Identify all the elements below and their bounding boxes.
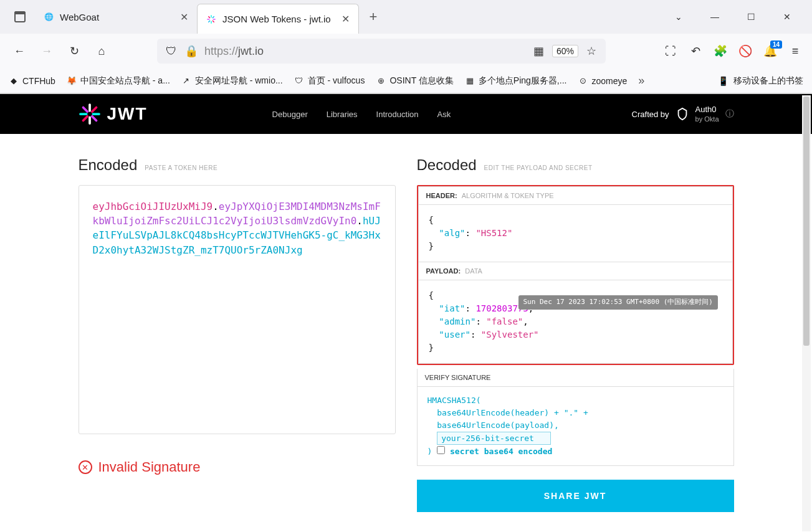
site-header: JWT Debugger Libraries Introduction Ask … bbox=[0, 94, 812, 134]
secret-b64-checkbox[interactable] bbox=[437, 446, 445, 454]
svg-point-0 bbox=[210, 18, 213, 21]
jwt-logo-text: JWT bbox=[107, 104, 148, 124]
invalid-icon: ✕ bbox=[79, 460, 92, 474]
nav-introduction[interactable]: Introduction bbox=[376, 110, 419, 119]
page-content: JWT Debugger Libraries Introduction Ask … bbox=[0, 94, 812, 532]
close-icon[interactable]: ✕ bbox=[342, 13, 350, 25]
bookmark-osint[interactable]: ⊕OSINT 信息收集 bbox=[376, 75, 453, 87]
svg-line-7 bbox=[208, 21, 210, 22]
verify-section: VERIFY SIGNATURE HMACSHA512( base64UrlEn… bbox=[417, 369, 734, 466]
header-section-title: HEADER: ALGORITHM & TOKEN TYPE bbox=[419, 187, 732, 205]
svg-line-15 bbox=[83, 116, 87, 121]
header-json-editor[interactable]: { "alg": "HS512" } bbox=[419, 205, 732, 262]
header-section: HEADER: ALGORITHM & TOKEN TYPE { "alg": … bbox=[418, 186, 733, 262]
svg-line-5 bbox=[208, 16, 210, 18]
token-header: eyJhbGciOiJIUzUxMiJ9 bbox=[93, 201, 213, 212]
bookmark-icon: ◆ bbox=[9, 76, 19, 86]
secret-b64-label: secret base64 encoded bbox=[450, 447, 552, 456]
bookmark-icon: 🛡 bbox=[294, 76, 304, 86]
bookmark-wmio[interactable]: ↗安全网址导航 - wmio... bbox=[181, 75, 283, 87]
bookmark-mobile[interactable]: 移动设备上的书签 bbox=[733, 75, 803, 87]
iat-tooltip: Sun Dec 17 2023 17:02:53 GMT+0800 (中国标准时… bbox=[518, 295, 718, 310]
nav-bar: ← → ↻ ⌂ 🛡 🔒 https://jwt.io ▦ 60% ☆ ⛶ ↶ 🧩… bbox=[0, 34, 812, 69]
svg-line-14 bbox=[92, 116, 96, 121]
new-tab-button[interactable]: + bbox=[361, 5, 385, 29]
encoded-column: Encoded PASTE A TOKEN HERE eyJhbGciOiJIU… bbox=[79, 156, 396, 512]
secret-input[interactable] bbox=[437, 432, 551, 445]
payload-json-editor[interactable]: { "iat": 1702803773, "admin": "false", "… bbox=[419, 280, 732, 363]
url-bar[interactable]: 🛡 🔒 https://jwt.io ▦ 60% ☆ bbox=[157, 39, 606, 64]
bookmark-ctfhub[interactable]: ◆CTFHub bbox=[9, 76, 55, 86]
favicon-jwt-icon bbox=[206, 14, 216, 24]
nav-ask[interactable]: Ask bbox=[437, 110, 451, 119]
decoded-column: Decoded EDIT THE PAYLOAD AND SECRET HEAD… bbox=[417, 156, 734, 512]
bookmark-ping[interactable]: ▦多个地点Ping服务器,... bbox=[465, 75, 567, 87]
encoded-title: Encoded bbox=[79, 156, 138, 174]
scrollbar[interactable] bbox=[802, 95, 811, 531]
bookmarks-bar: ◆CTFHub 🦊中国安全站点导航 - a... ↗安全网址导航 - wmio.… bbox=[0, 69, 812, 93]
bookmarks-overflow[interactable]: » bbox=[638, 74, 644, 87]
star-icon[interactable]: ☆ bbox=[585, 44, 598, 58]
lock-icon[interactable]: 🔒 bbox=[184, 44, 198, 58]
close-window-button[interactable]: ✕ bbox=[778, 8, 796, 26]
url-text: https://jwt.io bbox=[204, 45, 526, 58]
bookmark-secnav[interactable]: 🦊中国安全站点导航 - a... bbox=[67, 75, 170, 87]
tab-title: JSON Web Tokens - jwt.io bbox=[222, 14, 335, 24]
noscript-icon[interactable]: 🚫 bbox=[738, 44, 752, 58]
tabs-dropdown-icon[interactable]: ⌄ bbox=[670, 8, 687, 26]
forward-button: → bbox=[37, 42, 56, 60]
verify-section-title: VERIFY SIGNATURE bbox=[418, 369, 733, 387]
home-button[interactable]: ⌂ bbox=[92, 42, 111, 60]
verify-body: HMACSHA512( base64UrlEncode(header) + ".… bbox=[418, 387, 733, 465]
payload-section-title: PAYLOAD: DATA bbox=[419, 262, 732, 280]
tabs-bar: 🌐 WebGoat ✕ JSON Web Tokens - jwt.io ✕ +… bbox=[0, 0, 812, 34]
zoom-badge[interactable]: 60% bbox=[552, 45, 578, 57]
svg-line-8 bbox=[213, 16, 214, 18]
payload-section: PAYLOAD: DATA { "iat": 1702803773, "admi… bbox=[418, 262, 733, 364]
decoded-highlight: HEADER: ALGORITHM & TOKEN TYPE { "alg": … bbox=[417, 185, 734, 365]
encoded-subtitle: PASTE A TOKEN HERE bbox=[145, 164, 217, 171]
share-jwt-button[interactable]: SHARE JWT bbox=[417, 480, 734, 512]
favicon-generic-icon: 🌐 bbox=[44, 12, 54, 22]
mobile-icon: 📱 bbox=[718, 76, 728, 86]
tab-title: WebGoat bbox=[60, 12, 174, 22]
notifications-icon[interactable]: 🔔14 bbox=[763, 44, 777, 58]
reload-button[interactable]: ↻ bbox=[65, 42, 84, 60]
bookmark-icon: ⊙ bbox=[578, 76, 588, 86]
decoded-title: Decoded bbox=[417, 156, 477, 174]
scroll-thumb[interactable] bbox=[803, 97, 810, 346]
svg-line-13 bbox=[83, 108, 87, 112]
undo-icon[interactable]: ↶ bbox=[689, 44, 702, 58]
notif-count: 14 bbox=[770, 40, 782, 49]
decoded-subtitle: EDIT THE PAYLOAD AND SECRET bbox=[484, 164, 593, 171]
bookmark-vulfocus[interactable]: 🛡首页 - vulfocus bbox=[294, 75, 365, 87]
crafted-by[interactable]: Crafted by Auth0by Okta ⓘ bbox=[632, 105, 734, 123]
signature-status: ✕ Invalid Signature bbox=[79, 459, 396, 475]
shield-icon[interactable]: 🛡 bbox=[165, 44, 178, 58]
jwt-logo[interactable]: JWT bbox=[79, 103, 148, 125]
crop-icon[interactable]: ⛶ bbox=[664, 44, 677, 58]
jwt-logo-icon bbox=[79, 103, 101, 125]
tab-webgoat[interactable]: 🌐 WebGoat ✕ bbox=[35, 4, 197, 30]
back-button[interactable]: ← bbox=[10, 42, 29, 60]
nav-libraries[interactable]: Libraries bbox=[327, 110, 358, 119]
extensions-icon[interactable]: 🧩 bbox=[714, 44, 727, 58]
container-icon bbox=[14, 11, 26, 22]
auth0-icon bbox=[676, 107, 689, 121]
bookmark-icon: ▦ bbox=[465, 76, 475, 86]
nav-debugger[interactable]: Debugger bbox=[272, 110, 308, 119]
svg-line-6 bbox=[213, 21, 214, 22]
encoded-textarea[interactable]: eyJhbGciOiJIUzUxMiJ9.eyJpYXQiOjE3MDI4MDM… bbox=[79, 185, 396, 434]
site-nav: Debugger Libraries Introduction Ask bbox=[272, 110, 451, 119]
menu-button[interactable]: ≡ bbox=[788, 44, 802, 58]
bookmark-zoomeye[interactable]: ⊙zoomeye bbox=[578, 76, 627, 86]
tab-jwt[interactable]: JSON Web Tokens - jwt.io ✕ bbox=[197, 4, 359, 34]
bookmark-icon: ⊕ bbox=[376, 76, 386, 86]
close-icon[interactable]: ✕ bbox=[180, 11, 188, 23]
sidebar-toggle[interactable] bbox=[5, 11, 35, 22]
info-icon[interactable]: ⓘ bbox=[725, 108, 734, 120]
qr-icon[interactable]: ▦ bbox=[532, 44, 546, 58]
svg-line-16 bbox=[92, 108, 96, 112]
minimize-button[interactable]: — bbox=[706, 8, 724, 26]
maximize-button[interactable]: ☐ bbox=[742, 8, 760, 26]
